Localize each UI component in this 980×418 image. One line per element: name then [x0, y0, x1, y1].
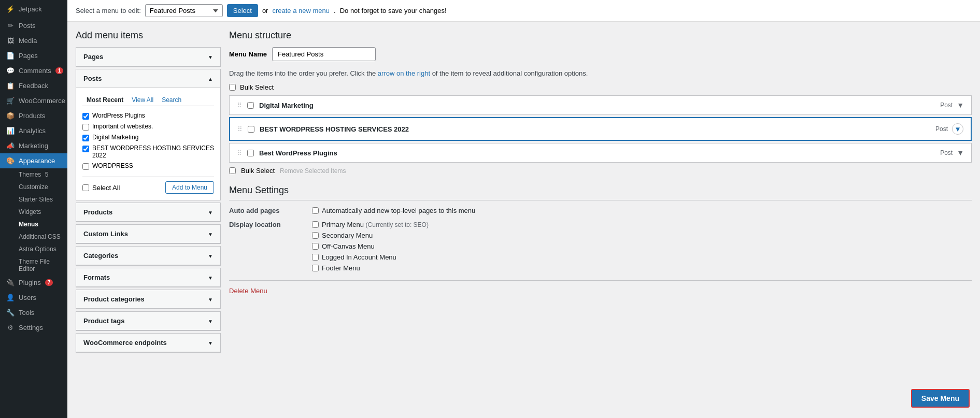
sub-theme-file-editor[interactable]: Theme File Editor: [6, 255, 67, 275]
select-button[interactable]: Select: [227, 4, 258, 17]
list-item: Important of websites.: [82, 121, 214, 132]
sidebar-item-users[interactable]: 👤 Users: [0, 290, 67, 305]
jetpack-icon: ⚡: [6, 5, 15, 13]
accordion-pages-header[interactable]: Pages: [76, 48, 220, 66]
accordion-posts-label: Posts: [83, 75, 102, 82]
tab-view-all[interactable]: View All: [127, 94, 158, 106]
bulk-select-bottom-checkbox[interactable]: [229, 167, 236, 174]
sidebar-item-plugins[interactable]: 🔌 Plugins 7: [0, 275, 67, 290]
accordion-product-categories-header[interactable]: Product categories: [76, 290, 220, 309]
sidebar-item-pages[interactable]: 📄 Pages: [0, 48, 67, 63]
menu-item-checkbox[interactable]: [247, 102, 254, 109]
save-menu-button[interactable]: Save Menu: [911, 389, 970, 408]
accordion-products: Products: [76, 203, 221, 222]
select-all-checkbox[interactable]: [82, 184, 89, 191]
sidebar-item-woocommerce[interactable]: 🛒 WooCommerce: [0, 93, 67, 108]
post-checkbox-digital-marketing[interactable]: [82, 135, 89, 141]
accordion-woocommerce-endpoints: WooCommerce endpoints: [76, 333, 221, 353]
sidebar-item-comments[interactable]: 💬 Comments 1: [0, 63, 67, 78]
sidebar-item-analytics[interactable]: 📊 Analytics: [0, 123, 67, 138]
sidebar-item-media[interactable]: 🖼 Media: [0, 33, 67, 48]
post-label-important: Important of websites.: [92, 123, 153, 130]
menu-item-expand-button[interactable]: ▼: [952, 123, 963, 135]
sidebar-item-appearance[interactable]: 🎨 Appearance: [0, 153, 67, 168]
sidebar-item-feedback[interactable]: 📋 Feedback: [0, 78, 67, 93]
sub-additional-css[interactable]: Additional CSS: [6, 230, 67, 243]
sidebar-item-posts[interactable]: ✏ Posts: [0, 18, 67, 33]
location-off-canvas: Off-Canvas Menu: [312, 242, 429, 250]
sub-widgets[interactable]: Widgets: [6, 206, 67, 218]
accordion-woocommerce-endpoints-header[interactable]: WooCommerce endpoints: [76, 334, 220, 352]
sidebar-item-label: Products: [19, 112, 45, 120]
bulk-select-bottom-label: Bulk Select: [241, 167, 275, 175]
menu-item-best-plugins[interactable]: ⠿ Best WordPress Plugins Post ▼: [229, 143, 972, 163]
location-logged-in-checkbox[interactable]: [312, 254, 319, 261]
sub-customize[interactable]: Customize: [6, 181, 67, 193]
menu-item-checkbox[interactable]: [248, 126, 254, 133]
accordion-posts-chevron: [208, 75, 213, 82]
drag-hint-link[interactable]: arrow on the right: [378, 69, 430, 77]
accordion-woocommerce-endpoints-chevron: [208, 339, 213, 347]
accordion-formats-header[interactable]: Formats: [76, 268, 220, 287]
accordion-formats-label: Formats: [83, 273, 110, 281]
menu-select[interactable]: Featured Posts: [145, 4, 223, 17]
sidebar-item-tools[interactable]: 🔧 Tools: [0, 305, 67, 320]
post-checkbox-important[interactable]: [82, 124, 89, 131]
location-footer-checkbox[interactable]: [312, 265, 319, 271]
sub-themes[interactable]: Themes 5: [6, 168, 67, 181]
drag-hint: Drag the items into the order you prefer…: [229, 69, 972, 77]
sidebar-item-label: Comments: [19, 67, 51, 75]
menu-item-expand-button[interactable]: ▼: [957, 101, 964, 109]
create-new-menu-link[interactable]: create a new menu: [272, 7, 330, 15]
accordion-formats-chevron: [208, 273, 213, 281]
media-icon: 🖼: [6, 37, 15, 45]
accordion-custom-links-header[interactable]: Custom Links: [76, 225, 220, 243]
accordion-products-header[interactable]: Products: [76, 203, 220, 222]
sidebar-item-label: Appearance: [19, 157, 55, 165]
menu-item-expand-button[interactable]: ▼: [957, 149, 964, 157]
location-primary: Primary Menu (Currently set to: SEO): [312, 221, 429, 228]
accordion-posts-header[interactable]: Posts: [76, 69, 220, 88]
comments-icon: 💬: [6, 67, 15, 75]
sidebar-item-marketing[interactable]: 📣 Marketing: [0, 138, 67, 153]
posts-tabs: Most Recent View All Search: [82, 94, 214, 106]
sidebar-item-products[interactable]: 📦 Products: [0, 108, 67, 123]
plugins-badge: 7: [45, 279, 53, 286]
location-secondary-checkbox[interactable]: [312, 232, 319, 239]
accordion-product-tags-header[interactable]: Product tags: [76, 312, 220, 330]
menu-item-best-hosting[interactable]: ⠿ BEST WORDPRESS HOSTING SERVICES 2022 P…: [229, 117, 972, 141]
auto-add-pages-checkbox[interactable]: [312, 207, 319, 214]
sub-menus[interactable]: Menus: [6, 218, 67, 230]
right-panel: Menu structure Menu Name Drag the items …: [229, 30, 972, 410]
accordion-products-chevron: [208, 208, 213, 216]
tab-most-recent[interactable]: Most Recent: [82, 94, 127, 106]
accordion-categories-header[interactable]: Categories: [76, 247, 220, 265]
post-checkbox-wp-plugins[interactable]: [82, 113, 89, 120]
sidebar-item-label: Pages: [19, 52, 38, 60]
themes-badge: 5: [45, 171, 49, 178]
tab-search[interactable]: Search: [158, 94, 186, 106]
menu-item-checkbox[interactable]: [247, 150, 254, 156]
menu-item-digital-marketing[interactable]: ⠿ Digital Marketing Post ▼: [229, 95, 972, 115]
drag-handle: ⠿: [237, 125, 243, 133]
delete-menu-link[interactable]: Delete Menu: [229, 287, 267, 295]
post-checkbox-wordpress[interactable]: [82, 163, 89, 170]
add-to-menu-button[interactable]: Add to Menu: [165, 181, 214, 194]
remove-selected-button[interactable]: Remove Selected Items: [280, 167, 346, 175]
bulk-select-top-checkbox[interactable]: [229, 84, 236, 91]
post-checkbox-best-hosting[interactable]: [82, 146, 89, 152]
auto-add-pages-option: Automatically add new top-level pages to…: [312, 207, 475, 214]
sidebar-item-label: Marketing: [19, 142, 48, 150]
location-primary-checkbox[interactable]: [312, 221, 319, 228]
sub-starter-sites[interactable]: Starter Sites: [6, 193, 67, 206]
menu-name-input[interactable]: [272, 47, 376, 61]
sidebar-item-label: Analytics: [19, 127, 46, 135]
sub-astra-options[interactable]: Astra Options: [6, 243, 67, 255]
topbar-reminder: Do not forget to save your changes!: [340, 7, 447, 15]
location-off-canvas-label: Off-Canvas Menu: [322, 242, 375, 250]
location-off-canvas-checkbox[interactable]: [312, 243, 319, 250]
bulk-select-bottom-bar: Bulk Select Remove Selected Items: [229, 167, 972, 175]
settings-icon: ⚙: [6, 324, 15, 331]
sidebar-logo[interactable]: ⚡ Jetpack: [0, 0, 67, 18]
sidebar-item-settings[interactable]: ⚙ Settings: [0, 320, 67, 335]
